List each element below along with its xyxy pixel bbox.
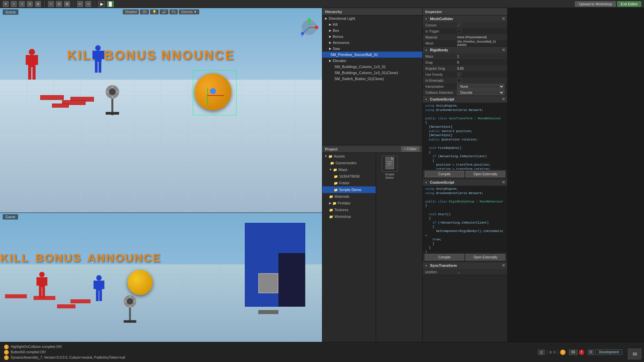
prop-mesh-value: SM_Primitive_SoccerBall_01 (Mesh) (457, 40, 504, 47)
svg-rect-74 (124, 320, 137, 323)
project-maps[interactable]: ▼ 📁 Maps (322, 166, 376, 173)
prop-gravity-label: Use Gravity (425, 73, 457, 76)
hierarchy-item-bonus[interactable]: ▶ Bonus (322, 34, 422, 40)
st-prop-1-label: position (425, 270, 457, 274)
exit-editor-button[interactable]: Exit Editor (617, 1, 641, 7)
custom-script-2-header[interactable]: ▼ CustomScript ✕ (423, 179, 507, 186)
tool-move[interactable]: ✦ (3, 1, 9, 7)
hierarchy-item-saw[interactable]: ▶ Saw (322, 46, 422, 52)
hierarchy-item-announce[interactable]: ▶ Announce (322, 40, 422, 46)
prop-angular-drag-label: Angular Drag (425, 67, 457, 70)
asset-scripts-demo[interactable]: ScriptsDemo (379, 156, 400, 179)
scene-audio-btn[interactable]: 🔊 (160, 9, 168, 14)
tool-hand[interactable]: ☉ (19, 1, 25, 7)
tool-redo[interactable]: ↪ (85, 1, 91, 7)
project-1636[interactable]: 📁 1636478658 (322, 173, 376, 180)
game-label: Game (3, 214, 18, 220)
add-folder-button[interactable]: + Folder (401, 146, 420, 152)
cs2-close[interactable]: ✕ (502, 180, 505, 185)
custom-script-1-header[interactable]: ▼ CustomScript ✕ (423, 96, 507, 103)
scene-light-btn[interactable]: 💡 (150, 9, 159, 14)
mesh-collider-header[interactable]: ▼ MeshCollider ✕ (423, 15, 507, 22)
project-assets-display[interactable]: ScriptsDemo (376, 153, 422, 342)
prop-convex-check[interactable]: ✓ (457, 23, 461, 27)
status-delete-button[interactable]: 🗑 (538, 350, 545, 355)
game-view[interactable]: Game (0, 213, 322, 342)
hierarchy-item-elevator[interactable]: ▶ Elevator (322, 58, 422, 64)
game-bonus-text: BONUS (35, 251, 82, 264)
game-ball (127, 270, 153, 295)
inspector-content[interactable]: ▼ MeshCollider ✕ Convex ✓ Is Trigger Mat… (423, 15, 507, 342)
project-gamemodes[interactable]: 📁 Gamemodes (322, 160, 376, 166)
svg-rect-31 (35, 55, 38, 65)
st-prop-1: position ... (423, 269, 507, 275)
project-materials[interactable]: 📁 Materials (322, 193, 376, 200)
hierarchy-item-switch[interactable]: SM_Switch_Button_01(Clone) (322, 76, 422, 82)
prop-interpolation-select[interactable]: None Interpolate Extrapolate (457, 84, 504, 89)
count-error-icon: ! (579, 350, 584, 355)
mesh-collider-close[interactable]: ✕ (502, 16, 505, 21)
cs1-code[interactable]: using UnityEngine; using DrunkenWrestler… (423, 103, 507, 170)
scene-gizmos-btn[interactable]: Gizmos ▼ (179, 9, 199, 14)
project-scripts-demo[interactable]: 📁 Scripts Demo (322, 186, 376, 193)
tool-grid[interactable]: ⊞ (35, 1, 41, 7)
svg-rect-36 (93, 51, 96, 59)
hierarchy-item-col-1[interactable]: SM_Buildings_Column_1x3_01 (322, 64, 422, 70)
cs2-open-externally-button[interactable]: Open Externally (466, 254, 505, 260)
rigidbody-close[interactable]: ✕ (502, 48, 505, 52)
project-item-label: Prefabs (338, 201, 351, 205)
cs2-code[interactable]: using UnityEngine; using DrunkenWrestler… (423, 186, 507, 253)
scene-view[interactable]: Scene Shaded 2D 💡 🔊 Fx Gizmos ▼ X (0, 8, 322, 213)
cs1-open-externally-button[interactable]: Open Externally (466, 171, 505, 177)
svg-rect-72 (99, 291, 102, 301)
gizmo-widget: X Y Z Persp (299, 17, 319, 38)
st-close[interactable]: ✕ (502, 263, 505, 268)
tool-new[interactable]: + (48, 1, 54, 7)
upload-workshop-button[interactable]: Upload to Workshop (575, 1, 615, 7)
project-folder[interactable]: 📁 Folder (322, 180, 376, 186)
scene-2d-btn[interactable]: 2D (140, 9, 149, 14)
scene-fx-btn[interactable]: Fx (169, 9, 178, 14)
hierarchy-item-col-clone[interactable]: SM_Buildings_Column_1x3_01(Clone) (322, 70, 422, 76)
project-textures[interactable]: 📁 Textures (322, 206, 376, 213)
dev-mode-button[interactable]: Development (595, 349, 623, 355)
project-prefabs[interactable]: ▶ 📁 Prefabs (322, 200, 376, 206)
prop-collision-select[interactable]: Discrete Continuous ContinuousDynamic (457, 90, 504, 95)
tool-select[interactable]: ⊡ (27, 1, 33, 7)
hierarchy-item-soccer-ball[interactable]: SM_Primitive_SoccerBall_01 (322, 52, 422, 58)
prop-gravity-check[interactable]: ✓ (457, 72, 461, 76)
hierarchy-item-directional-light[interactable]: ▶ Directional Light (322, 15, 422, 21)
game-elevator-platform (258, 310, 278, 314)
cs1-compile-button[interactable]: Compile (425, 171, 464, 177)
cs2-compile-button[interactable]: Compile (425, 254, 464, 260)
rigidbody-header[interactable]: ▼ Rigidbody ✕ (423, 47, 507, 53)
tool-copy[interactable]: ⊠ (64, 1, 70, 7)
project-workshop[interactable]: 📁 Workshop (322, 213, 376, 220)
tool-rotate[interactable]: + (11, 1, 17, 7)
project-assets[interactable]: ▼ 📁 Assets (322, 153, 376, 160)
project-panel: Project + Folder ▼ 📁 Assets 📁 Gamemodes (322, 145, 422, 342)
project-item-label: Textures (334, 208, 348, 212)
prop-interpolation: Interpolation None Interpolate Extrapola… (423, 83, 507, 89)
sync-transform-header[interactable]: ▼ SyncTransform ✕ (423, 262, 507, 269)
error-count: 0 (588, 350, 594, 355)
project-tree[interactable]: ▼ 📁 Assets 📁 Gamemodes ▼ 📁 Map (322, 153, 376, 342)
hierarchy-item-label: Announce (333, 41, 350, 45)
pause-button[interactable]: ▐▌ (107, 1, 114, 7)
tool-undo[interactable]: ↩ (77, 1, 83, 7)
tool-prefab[interactable]: ⊟ (56, 1, 62, 7)
prop-trigger-check[interactable] (457, 29, 461, 33)
play-button[interactable]: ▶ (98, 1, 105, 7)
cs1-close[interactable]: ✕ (502, 97, 505, 102)
st-arrow: ▼ (425, 264, 428, 267)
hierarchy-list[interactable]: ▶ Directional Light ▶ Kill ▶ Box ▶ Bonus… (322, 15, 422, 145)
hierarchy-item-box[interactable]: ▶ Box (322, 27, 422, 34)
prop-kinematic-check[interactable] (457, 78, 461, 82)
cs1-title: CustomScript (430, 97, 454, 101)
scene-shade-btn[interactable]: Shaded (123, 9, 139, 14)
mail-button[interactable]: ✉ (628, 349, 641, 359)
prop-trigger-label: Is Trigger (425, 29, 457, 33)
hierarchy-item-kill[interactable]: ▶ Kill (322, 21, 422, 27)
project-item-label: 1636478658 (339, 174, 360, 178)
status-msg-3: ! DynamicAssembly_7, Version=0.0.0.0, Cu… (1, 355, 538, 360)
